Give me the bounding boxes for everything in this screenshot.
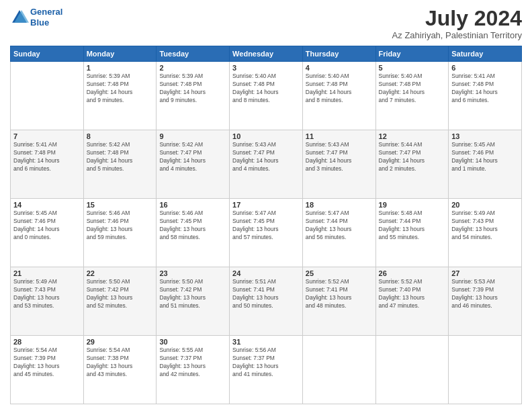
day-info: Sunrise: 5:54 AM Sunset: 7:39 PM Dayligh…: [13, 347, 81, 379]
day-number: 3: [232, 64, 300, 72]
day-number: 28: [13, 338, 81, 346]
day-info: Sunrise: 5:45 AM Sunset: 7:46 PM Dayligh…: [13, 210, 81, 242]
calendar-cell: 16Sunrise: 5:46 AM Sunset: 7:45 PM Dayli…: [157, 199, 230, 267]
header: General Blue July 2024 Az Zahiriyah, Pal…: [10, 7, 522, 40]
day-info: Sunrise: 5:43 AM Sunset: 7:47 PM Dayligh…: [306, 141, 373, 173]
day-info: Sunrise: 5:39 AM Sunset: 7:48 PM Dayligh…: [159, 73, 226, 105]
calendar-cell: 7Sunrise: 5:41 AM Sunset: 7:48 PM Daylig…: [11, 130, 84, 199]
day-number: 29: [87, 338, 154, 346]
logo-text: General Blue: [30, 7, 62, 28]
day-info: Sunrise: 5:42 AM Sunset: 7:47 PM Dayligh…: [159, 141, 226, 173]
calendar-table: SundayMondayTuesdayWednesdayThursdayFrid…: [10, 46, 522, 404]
day-info: Sunrise: 5:46 AM Sunset: 7:46 PM Dayligh…: [87, 210, 154, 242]
day-number: 14: [13, 201, 81, 209]
day-number: 31: [232, 338, 300, 346]
day-number: 21: [13, 269, 81, 277]
day-number: 26: [379, 269, 446, 277]
calendar-header-row: SundayMondayTuesdayWednesdayThursdayFrid…: [11, 46, 522, 62]
calendar-day-header: Thursday: [302, 46, 375, 62]
day-info: Sunrise: 5:40 AM Sunset: 7:48 PM Dayligh…: [232, 73, 300, 105]
day-number: 17: [232, 201, 300, 209]
day-number: 22: [87, 269, 154, 277]
calendar-cell: 20Sunrise: 5:49 AM Sunset: 7:43 PM Dayli…: [449, 199, 522, 267]
day-info: Sunrise: 5:39 AM Sunset: 7:48 PM Dayligh…: [87, 73, 154, 105]
day-info: Sunrise: 5:52 AM Sunset: 7:40 PM Dayligh…: [379, 278, 446, 310]
day-number: 20: [451, 201, 519, 209]
calendar-cell: 21Sunrise: 5:49 AM Sunset: 7:43 PM Dayli…: [11, 267, 84, 336]
day-info: Sunrise: 5:47 AM Sunset: 7:44 PM Dayligh…: [306, 210, 373, 242]
day-info: Sunrise: 5:40 AM Sunset: 7:48 PM Dayligh…: [379, 73, 446, 105]
calendar-cell: 23Sunrise: 5:50 AM Sunset: 7:42 PM Dayli…: [157, 267, 230, 336]
subtitle: Az Zahiriyah, Palestinian Territory: [392, 30, 522, 40]
calendar-cell: 10Sunrise: 5:43 AM Sunset: 7:47 PM Dayli…: [230, 130, 303, 199]
day-number: 30: [159, 338, 226, 346]
day-number: 12: [379, 132, 446, 140]
day-number: 24: [232, 269, 300, 277]
day-number: 7: [13, 132, 81, 140]
day-number: 23: [159, 269, 226, 277]
day-info: Sunrise: 5:45 AM Sunset: 7:46 PM Dayligh…: [451, 141, 519, 173]
calendar-cell: 9Sunrise: 5:42 AM Sunset: 7:47 PM Daylig…: [157, 130, 230, 199]
calendar-cell: 22Sunrise: 5:50 AM Sunset: 7:42 PM Dayli…: [83, 267, 157, 336]
calendar-week-row: 28Sunrise: 5:54 AM Sunset: 7:39 PM Dayli…: [11, 336, 522, 404]
calendar-cell: 25Sunrise: 5:52 AM Sunset: 7:41 PM Dayli…: [302, 267, 375, 336]
calendar-cell: 30Sunrise: 5:55 AM Sunset: 7:37 PM Dayli…: [157, 336, 230, 404]
calendar-cell: 28Sunrise: 5:54 AM Sunset: 7:39 PM Dayli…: [11, 336, 84, 404]
day-number: 27: [451, 269, 519, 277]
title-area: July 2024 Az Zahiriyah, Palestinian Terr…: [392, 7, 522, 40]
day-info: Sunrise: 5:40 AM Sunset: 7:48 PM Dayligh…: [306, 73, 373, 105]
calendar-day-header: Tuesday: [157, 46, 230, 62]
day-number: 10: [232, 132, 300, 140]
logo: General Blue: [10, 7, 62, 28]
calendar-cell: 1Sunrise: 5:39 AM Sunset: 7:48 PM Daylig…: [83, 62, 157, 130]
day-info: Sunrise: 5:47 AM Sunset: 7:45 PM Dayligh…: [232, 210, 300, 242]
calendar-cell: 5Sunrise: 5:40 AM Sunset: 7:48 PM Daylig…: [375, 62, 449, 130]
day-number: 11: [306, 132, 373, 140]
calendar-week-row: 14Sunrise: 5:45 AM Sunset: 7:46 PM Dayli…: [11, 199, 522, 267]
calendar-day-header: Wednesday: [230, 46, 303, 62]
calendar-cell: 13Sunrise: 5:45 AM Sunset: 7:46 PM Dayli…: [449, 130, 522, 199]
day-number: 1: [87, 64, 154, 72]
day-number: 9: [159, 132, 226, 140]
calendar-cell: 29Sunrise: 5:54 AM Sunset: 7:38 PM Dayli…: [83, 336, 157, 404]
day-number: 15: [87, 201, 154, 209]
calendar-day-header: Friday: [375, 46, 449, 62]
calendar-cell: [449, 336, 522, 404]
logo-icon: [10, 8, 29, 27]
day-info: Sunrise: 5:52 AM Sunset: 7:41 PM Dayligh…: [306, 278, 373, 310]
calendar-day-header: Saturday: [449, 46, 522, 62]
day-info: Sunrise: 5:42 AM Sunset: 7:48 PM Dayligh…: [87, 141, 154, 173]
day-number: 13: [451, 132, 519, 140]
calendar-cell: [11, 62, 84, 130]
day-info: Sunrise: 5:53 AM Sunset: 7:39 PM Dayligh…: [451, 278, 519, 310]
calendar-cell: 24Sunrise: 5:51 AM Sunset: 7:41 PM Dayli…: [230, 267, 303, 336]
day-number: 2: [159, 64, 226, 72]
day-info: Sunrise: 5:55 AM Sunset: 7:37 PM Dayligh…: [159, 347, 226, 379]
day-info: Sunrise: 5:48 AM Sunset: 7:44 PM Dayligh…: [379, 210, 446, 242]
day-number: 16: [159, 201, 226, 209]
calendar-cell: 17Sunrise: 5:47 AM Sunset: 7:45 PM Dayli…: [230, 199, 303, 267]
calendar-cell: 11Sunrise: 5:43 AM Sunset: 7:47 PM Dayli…: [302, 130, 375, 199]
calendar-cell: 4Sunrise: 5:40 AM Sunset: 7:48 PM Daylig…: [302, 62, 375, 130]
calendar-cell: [302, 336, 375, 404]
day-info: Sunrise: 5:50 AM Sunset: 7:42 PM Dayligh…: [159, 278, 226, 310]
main-title: July 2024: [392, 7, 522, 30]
calendar-cell: 2Sunrise: 5:39 AM Sunset: 7:48 PM Daylig…: [157, 62, 230, 130]
day-info: Sunrise: 5:41 AM Sunset: 7:48 PM Dayligh…: [451, 73, 519, 105]
calendar-day-header: Monday: [83, 46, 157, 62]
calendar-day-header: Sunday: [11, 46, 84, 62]
calendar-cell: 14Sunrise: 5:45 AM Sunset: 7:46 PM Dayli…: [11, 199, 84, 267]
calendar-cell: 19Sunrise: 5:48 AM Sunset: 7:44 PM Dayli…: [375, 199, 449, 267]
day-info: Sunrise: 5:51 AM Sunset: 7:41 PM Dayligh…: [232, 278, 300, 310]
calendar-cell: 31Sunrise: 5:56 AM Sunset: 7:37 PM Dayli…: [230, 336, 303, 404]
calendar-week-row: 7Sunrise: 5:41 AM Sunset: 7:48 PM Daylig…: [11, 130, 522, 199]
day-number: 25: [306, 269, 373, 277]
calendar-cell: 8Sunrise: 5:42 AM Sunset: 7:48 PM Daylig…: [83, 130, 157, 199]
day-info: Sunrise: 5:54 AM Sunset: 7:38 PM Dayligh…: [87, 347, 154, 379]
day-number: 4: [306, 64, 373, 72]
day-number: 5: [379, 64, 446, 72]
day-info: Sunrise: 5:49 AM Sunset: 7:43 PM Dayligh…: [451, 210, 519, 242]
page: General Blue July 2024 Az Zahiriyah, Pal…: [0, 0, 532, 411]
calendar-cell: 26Sunrise: 5:52 AM Sunset: 7:40 PM Dayli…: [375, 267, 449, 336]
day-number: 19: [379, 201, 446, 209]
